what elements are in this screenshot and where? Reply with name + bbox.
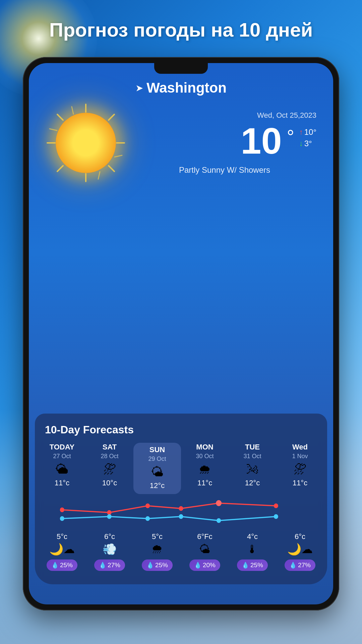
day-date-3: 30 Oct [196,453,214,460]
forecast-day-1[interactable]: SAT 28 Oct ⛈ 10°c [86,443,133,489]
forecast-days-bottom: 5°c 🌙☁ 💧 25% 6°c 💨 💧 27% 5°c 🌨 💧 25% 6°F… [38,531,324,571]
day-date-2: 29 Oct [148,455,166,463]
night-icon-0: 🌙☁ [49,543,75,555]
location-name: Washington [146,80,227,96]
svg-point-15 [179,506,183,511]
day-name-4: TUE [245,443,260,451]
svg-line-8 [72,107,73,114]
temp-low: ↓ 3° [299,139,316,148]
forecast-day-0[interactable]: TODAY 27 Oct 🌥 11°c [38,443,86,489]
location-row: ➤ Washington [42,80,320,96]
night-icon-1: 💨 [103,543,117,555]
svg-line-9 [98,172,100,179]
forecast-title: 10-Day Forecasts [38,424,324,443]
day-date-4: 31 Oct [243,453,261,460]
precip-drop-icon-4: 💧 [242,561,249,569]
precip-value-4: 25% [250,561,263,569]
day-icon-4: 🌬 [246,463,259,477]
day-name-1: SAT [103,443,117,451]
precip-drop-icon-0: 💧 [51,561,59,569]
day-name-2: SUN [149,445,165,454]
day-low-temp-3: 6°Fc [197,532,212,541]
svg-point-20 [145,516,150,521]
forecast-days-row: TODAY 27 Oct 🌥 11°c SAT 28 Oct ⛈ 10°c SU… [38,443,324,494]
forecast-day-2[interactable]: SUN 29 Oct 🌤 12°c [133,443,181,494]
svg-line-10 [50,129,57,130]
page-title: Прогноз погоды на 10 дней [0,18,362,41]
day-high-temp-2: 12°c [150,481,165,490]
temperature-chart [38,496,324,529]
day-high-temp-0: 11°c [55,479,69,487]
precip-drop-icon-5: 💧 [289,561,297,569]
day-icon-2: 🌤 [151,465,164,479]
sun-circle [56,113,116,173]
temp-high: ↑ 10° [299,127,316,137]
forecast-day-bottom-4: 4°c 🌡 💧 25% [229,531,276,571]
day-date-0: 27 Oct [53,453,71,460]
day-low-temp-4: 4°c [247,532,258,541]
day-name-3: MON [196,443,213,451]
day-icon-1: ⛈ [103,463,116,477]
forecast-day-bottom-2: 5°c 🌨 💧 25% [133,531,181,571]
day-date-1: 28 Oct [101,453,118,460]
arrow-down-icon: ↓ [299,139,303,148]
arrow-up-icon: ↑ [299,128,303,137]
forecast-day-bottom-5: 6°c 🌙☁ 💧 27% [276,531,324,571]
precip-badge-0: 💧 25% [47,559,77,571]
day-name-5: Wed [292,443,308,451]
day-name-0: TODAY [50,443,75,451]
precip-value-3: 20% [203,561,216,569]
day-low-temp-0: 5°c [57,532,67,541]
forecast-card: 10-Day Forecasts TODAY 27 Oct 🌥 11°c SAT… [35,414,327,584]
precip-badge-5: 💧 27% [285,559,315,571]
weather-info: Wed, Oct 25,2023 10 ° ↑ 10° ↓ 3° [126,111,316,175]
svg-point-17 [274,503,278,508]
precip-drop-icon-2: 💧 [146,561,154,569]
svg-point-12 [60,507,64,512]
svg-line-11 [115,155,122,157]
svg-point-16 [216,500,222,506]
svg-point-18 [60,516,64,521]
night-icon-5: 🌙☁ [287,543,313,555]
precip-badge-4: 💧 25% [237,559,268,571]
svg-point-19 [107,514,111,519]
svg-point-21 [179,514,183,519]
weather-main: Wed, Oct 25,2023 10 ° ↑ 10° ↓ 3° [42,103,320,183]
day-icon-0: 🌥 [56,463,68,477]
phone-screen: ➤ Washington [29,63,333,604]
precip-badge-3: 💧 20% [189,559,220,571]
day-low-temp-2: 5°c [152,532,163,541]
night-icon-4: 🌡 [247,543,258,555]
day-date-5: 1 Nov [292,453,308,460]
day-icon-5: ⛈ [294,463,306,477]
day-high-temp-3: 11°c [197,479,212,487]
day-high-temp-1: 10°c [102,479,117,487]
weather-description: Partly Sunny W/ Showers [133,165,316,175]
svg-point-14 [145,503,150,508]
svg-line-7 [57,166,63,171]
forecast-day-bottom-1: 6°c 💨 💧 27% [86,531,133,571]
day-low-temp-5: 6°c [295,532,305,541]
precip-drop-icon-3: 💧 [194,561,201,569]
forecast-day-5[interactable]: Wed 1 Nov ⛈ 11°c [276,443,324,489]
weather-header: ➤ Washington [29,63,333,193]
day-high-temp-5: 11°c [293,479,307,487]
svg-point-13 [107,510,111,515]
night-icon-3: 🌤 [199,543,210,555]
phone-notch [154,63,208,74]
svg-line-4 [57,114,63,120]
precip-value-0: 25% [60,561,73,569]
main-temperature: 10 [241,122,282,159]
day-high-temp-4: 12°c [245,479,260,487]
precip-value-1: 27% [108,561,120,569]
forecast-day-4[interactable]: TUE 31 Oct 🌬 12°c [229,443,276,489]
sun-container [46,103,126,183]
precip-badge-1: 💧 27% [94,559,125,571]
temp-degree-symbol: ° [287,126,294,147]
precip-drop-icon-1: 💧 [99,561,106,569]
day-low-temp-1: 6°c [104,532,115,541]
forecast-day-3[interactable]: MON 30 Oct 🌧 11°c [181,443,229,489]
phone-frame: ➤ Washington [23,57,339,610]
temp-range: ↑ 10° ↓ 3° [299,122,316,148]
temp-lines-svg [38,496,324,529]
